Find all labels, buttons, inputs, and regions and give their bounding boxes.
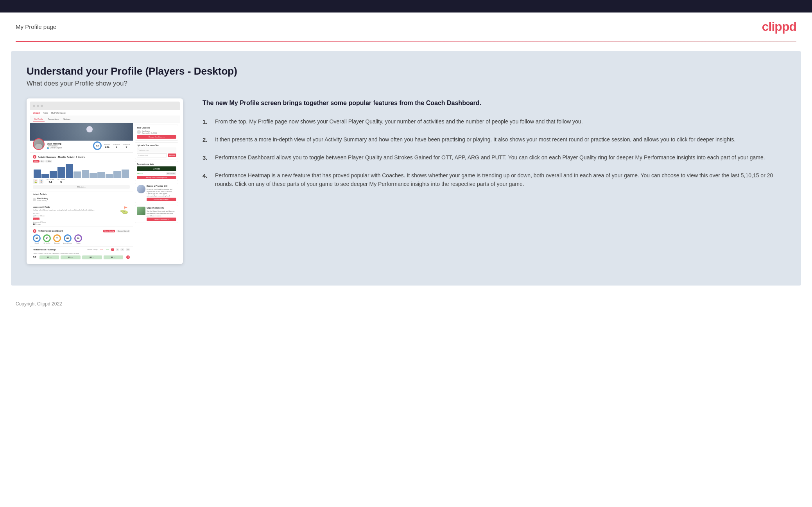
mock-trackman-url: Trackman Link — [137, 153, 167, 157]
mock-add-btn[interactable]: Add Link — [168, 154, 176, 157]
mock-launch-community-btn[interactable]: Launch Community ↗ — [147, 218, 176, 221]
mock-heatmap-around-green: 86 ↑↓ — [82, 255, 102, 259]
mock-off-course-stat: Off Course 3 — [57, 179, 65, 184]
top-bar — [0, 0, 812, 12]
mock-perf-header: 3 Performance Dashboard Player Quality S… — [33, 229, 130, 233]
mock-community-img — [137, 207, 145, 215]
mock-heatmap-off-tee: 90 ↑↓ — [39, 255, 59, 259]
mock-stat-activities: Activities 131 — [104, 143, 110, 148]
mock-manage-integrations-btn[interactable]: Manage Your Data Integrations — [137, 176, 176, 179]
mock-coach-avatar — [137, 130, 141, 134]
mock-tabs: My Profile Connections Settings — [30, 116, 180, 123]
mock-bar-4 — [57, 167, 65, 178]
mock-community-title: Clippd Community — [147, 207, 176, 209]
mock-record-img — [137, 185, 145, 193]
mock-connect-section: Connect your data Arccos ● Arccos Discon… — [135, 161, 178, 181]
mock-ring-approach: 85 Approach — [53, 234, 61, 244]
mock-community-content: Clippd Community Visit the Clippd Commun… — [147, 207, 176, 221]
mock-perf-label: Performance Dashboard — [38, 230, 63, 232]
mock-bar-3 — [50, 171, 57, 178]
mock-heatmap-label: Performance Heatmap — [33, 248, 56, 251]
mock-app-logo: clippd — [33, 112, 40, 114]
mock-player-avatar — [33, 138, 45, 150]
mock-heatmap-overall: 92 — [33, 255, 36, 259]
mock-activity-text: Blair McHarg Golfer activity... — [37, 198, 48, 202]
mock-strokes-btn: Strokes Gained — [117, 230, 130, 232]
browser-bar — [30, 102, 180, 110]
mock-tab-profile: My Profile — [33, 117, 45, 121]
mock-bar-11 — [113, 171, 121, 178]
mock-activity-item: Blair McHarg Golfer activity... — [33, 197, 130, 202]
point-4: Performance Heatmap is a new feature tha… — [203, 171, 785, 189]
mock-lesson-section: Lesson with Fordy Nothing to feel like m… — [30, 204, 133, 227]
mock-ring-off-tee: 90 Off the Tee — [43, 234, 51, 244]
mock-bar-chart — [33, 164, 130, 178]
right-text-column: The new My Profile screen brings togethe… — [203, 98, 785, 197]
mock-bar-2 — [41, 174, 49, 178]
mock-nav-home: Home — [43, 112, 48, 114]
mock-bar-6 — [73, 171, 81, 178]
mock-heatmap-section: Performance Heatmap 5 Round Change: ▬▬ ▬… — [30, 247, 133, 261]
mock-coach-item: Dan Davies Barnmoulds Golf Club — [137, 130, 176, 134]
mock-on-off-stats: ⛳ 🏌 On Course 24 Off Course — [33, 179, 130, 184]
mock-trackman-input[interactable]: Trackman Link — [137, 148, 176, 152]
mock-record-content: Record a Practice Drill Be one of the Cl… — [147, 185, 176, 201]
points-list: From the top, My Profile page now shows … — [203, 117, 785, 189]
footer: Copyright Clippd 2022 — [0, 295, 812, 313]
mock-badge-4: 4 — [126, 255, 130, 259]
mock-stat-following: Following 5 — [123, 143, 130, 148]
mock-latest-header: Latest Activity — [33, 193, 130, 195]
mock-bar-1 — [34, 170, 41, 178]
logo: clippd — [762, 20, 796, 34]
mock-community-section: Clippd Community Visit the Clippd Commun… — [135, 205, 178, 223]
mock-on-course-stat: On Course 24 — [47, 179, 54, 184]
mock-golf-icon: ⛳ — [33, 179, 38, 184]
main-content: Understand your Profile (Players - Deskt… — [11, 51, 801, 286]
mock-golfer-svg: ⛳ — [118, 206, 130, 214]
mock-left-main: Blair McHarg Pro Handicap 🌍 United Kingd… — [30, 123, 133, 261]
mock-record-section: Record a Practice Drill Be one of the Cl… — [135, 183, 178, 203]
mock-all-activities-btn[interactable]: All Activities — [33, 185, 130, 189]
header-divider — [16, 41, 796, 42]
mock-nav-performance: My Performance — [51, 112, 66, 114]
mock-hero-banner — [30, 123, 133, 141]
mock-connect-title: Connect your data — [137, 163, 176, 165]
mock-coach-info: Dan Davies Barnmoulds Golf Club — [142, 130, 157, 134]
point-1: From the top, My Profile page now shows … — [203, 117, 785, 127]
mock-navbar: clippd Home My Performance — [30, 110, 180, 116]
mock-launch-app-btn[interactable]: Launch Capture App ↗ — [147, 198, 176, 201]
mock-player-location: 🌍 United Kingdom — [47, 147, 91, 149]
mock-bar-8 — [90, 173, 97, 178]
browser-frame: clippd Home My Performance My Profile Co… — [30, 102, 180, 261]
page-title: My Profile page — [16, 23, 56, 30]
mock-badge-3: 3 — [33, 229, 36, 233]
mock-bar-5 — [66, 164, 73, 178]
mock-perf-section: 3 Performance Dashboard Player Quality S… — [30, 227, 133, 247]
mock-tab-settings: Settings — [62, 117, 72, 121]
browser-dot-2 — [37, 105, 39, 107]
mock-ring-overall: 92 Overall — [33, 234, 41, 244]
page-subheading: What does your Profile show you? — [27, 80, 785, 87]
mock-bar-12 — [122, 170, 129, 178]
browser-dot-3 — [41, 105, 43, 107]
mock-bar-7 — [82, 170, 89, 178]
mock-heatmap-header: Performance Heatmap 5 Round Change: ▬▬ ▬… — [33, 248, 130, 251]
mock-arccos-status: ● Arccos Disconnect — [137, 172, 176, 175]
mock-profile-row: Blair McHarg Pro Handicap 🌍 United Kingd… — [30, 141, 133, 153]
mock-coaches-title: Your Coaches — [137, 127, 176, 129]
mock-record-title: Record a Practice Drill — [147, 185, 176, 187]
mock-disconnect-btn[interactable]: Disconnect — [166, 172, 176, 175]
mock-upload-section: Upload a Trackman Test Trackman Link Tra… — [135, 142, 178, 159]
mock-upload-title: Upload a Trackman Test — [137, 144, 176, 146]
mock-stat-followers: Followers 3 — [113, 143, 120, 148]
mock-ring-around-green: 86 Around Green — [63, 234, 72, 244]
mock-manage-coaches-btn[interactable]: Manage Your Coaches — [137, 135, 176, 139]
mock-badge-2: 2 — [33, 155, 36, 159]
mock-heatmap-approach: 85 ↑↓ — [61, 255, 81, 259]
mock-icons-row: ⛳ 🏌 — [33, 179, 43, 184]
mock-quality-ring: 92 — [93, 141, 102, 150]
intro-text: The new My Profile screen brings togethe… — [203, 98, 785, 108]
mock-player-details: Blair McHarg Pro Handicap 🌍 United Kingd… — [47, 143, 91, 149]
mock-record-desc: Be one of the Clippd Community and captu… — [147, 188, 176, 197]
mock-coach-section: Your Coaches Dan Davies Barnmoulds Golf … — [135, 125, 178, 141]
